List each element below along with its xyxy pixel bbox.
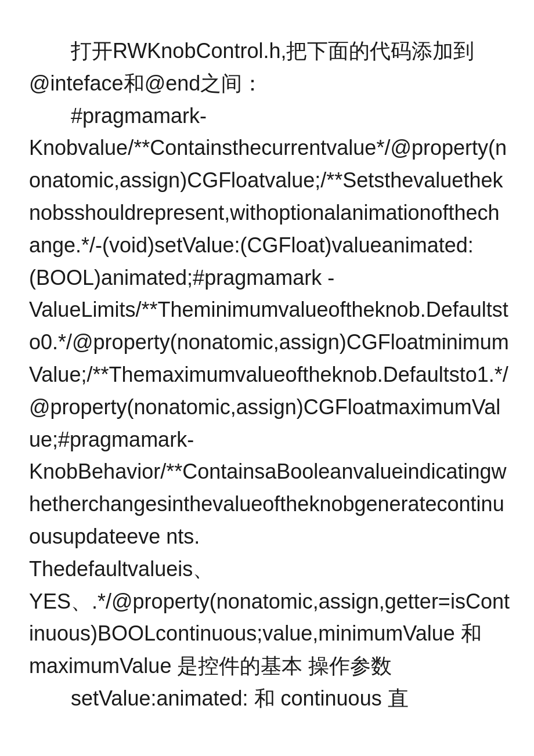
paragraph-1: 打开RWKnobControl.h,把下面的代码添加到@inteface和@en… (29, 35, 511, 100)
paragraph-4: setValue:animated: 和 continuous 直 (29, 682, 511, 715)
main-content: 打开RWKnobControl.h,把下面的代码添加到@inteface和@en… (0, 0, 534, 750)
article-text: 打开RWKnobControl.h,把下面的代码添加到@inteface和@en… (29, 35, 511, 715)
paragraph-2: #pragmamark-Knobvalue/**Containsthecurre… (29, 100, 511, 553)
paragraph-3: Thedefaultvalueis、YES、.*/@property(nonat… (29, 553, 511, 682)
